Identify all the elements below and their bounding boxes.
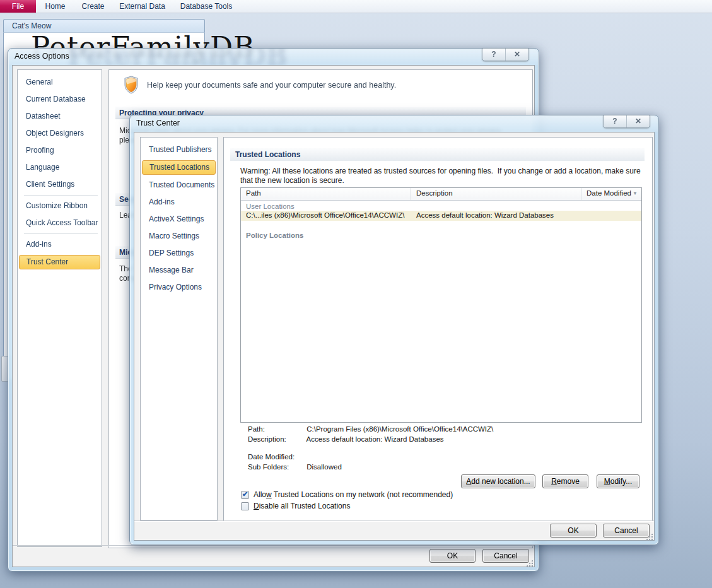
nav-item-activex-settings[interactable]: ActiveX Settings [141,211,217,228]
detail-label: Path: [248,425,305,433]
checkbox-label: Allow Trusted Locations on my network (n… [254,490,453,499]
checkbox-allow-trusted-locations-network[interactable]: ✔ Allow Trusted Locations on my network … [241,490,453,499]
ribbon-tab-create[interactable]: Create [76,0,110,13]
help-icon[interactable]: ? [604,115,626,127]
sidebar-item-client-settings[interactable]: Client Settings [18,176,102,193]
add-new-location-button[interactable]: Add new location... [461,474,535,488]
column-header-description[interactable]: Description [411,188,581,200]
close-icon[interactable]: ✕ [505,49,528,61]
detail-value: Disallowed [306,463,342,471]
window-controls: ? ✕ [603,115,650,128]
sidebar-item-proofing[interactable]: Proofing [18,142,102,159]
row-description-cell: Access default location: Wizard Database… [411,211,641,221]
help-icon[interactable]: ? [482,49,505,61]
sidebar-item-add-ins[interactable]: Add-ins [18,236,102,253]
cancel-button[interactable]: Cancel [603,524,650,538]
column-header-path[interactable]: Path [241,188,411,200]
nav-item-trusted-locations[interactable]: Trusted Locations [142,160,216,175]
checkbox-unchecked [241,502,249,510]
sidebar-item-datasheet[interactable]: Datasheet [18,108,102,125]
detail-date-modified: Date Modified: [248,453,305,461]
footer-separator [134,520,654,522]
sidebar-item-object-designers[interactable]: Object Designers [18,125,102,142]
options-sidebar: General Current Database Datasheet Objec… [17,69,102,547]
sidebar-separator [24,233,98,234]
checkbox-label: Disable all Trusted Locations [254,502,350,510]
nav-item-trusted-documents[interactable]: Trusted Documents [141,177,217,194]
nav-item-dep-settings[interactable]: DEP Settings [141,245,217,262]
sidebar-item-quick-access-toolbar[interactable]: Quick Access Toolbar [18,215,102,232]
sidebar-item-language[interactable]: Language [18,159,102,176]
table-row-selected[interactable]: C:\...iles (x86)\Microsoft Office\Office… [241,211,641,221]
ribbon-tab-file[interactable]: File [0,0,36,13]
sidebar-item-customize-ribbon[interactable]: Customize Ribbon [18,197,102,215]
close-icon[interactable]: ✕ [626,115,650,127]
row-path-cell: C:\...iles (x86)\Microsoft Office\Office… [241,211,411,221]
column-header-label: Date Modified [587,189,631,200]
glass-titlebar: PeterFamilyDB [8,49,539,65]
cancel-button[interactable]: Cancel [482,549,529,563]
button-mnemonic: M [604,477,610,486]
sidebar-separator [24,195,98,196]
warning-text: that the new location is secure. [240,176,344,185]
checkbox-checked: ✔ [241,491,249,499]
ribbon-tab-home[interactable]: Home [38,0,73,13]
nav-item-privacy-options[interactable]: Privacy Options [141,279,217,296]
shield-icon [124,76,139,94]
ok-button[interactable]: OK [429,549,476,563]
detail-value: C:\Program Files (x86)\Microsoft Office\… [306,425,493,433]
sidebar-item-current-database[interactable]: Current Database [18,91,102,108]
warning-text: Warning: All these locations are treated… [240,167,641,175]
button-label: dd new location... [471,477,530,486]
checkbox-disable-all-trusted-locations[interactable]: Disable all Trusted Locations [241,502,350,510]
sidebar-item-general[interactable]: General [18,74,102,91]
table-header-row: Path Description Date Modified ▼ [241,188,641,201]
group-label-user-locations: User Locations [241,201,641,211]
trust-center-nav: Trusted Publishers Trusted Locations Tru… [140,137,218,520]
detail-label: Description: [248,435,305,443]
modify-button[interactable]: Modify... [597,474,639,488]
nav-item-macro-settings[interactable]: Macro Settings [141,228,217,245]
trusted-locations-pane: Trusted Locations Warning: All these loc… [223,137,653,522]
column-header-date-modified[interactable]: Date Modified ▼ [581,188,641,200]
trusted-locations-table: Path Description Date Modified ▼ User Lo… [240,187,642,423]
footer-separator [13,545,534,546]
button-mnemonic: R [551,477,557,486]
application-window: File Home Create External Data Database … [0,0,712,588]
intro-text: Help keep your documents safe and your c… [147,81,396,90]
check-icon: ✔ [242,490,248,498]
detail-description: Description: Access default location: Wi… [248,435,444,443]
remove-button[interactable]: Remove [542,474,588,488]
nav-item-trusted-publishers[interactable]: Trusted Publishers [141,141,217,158]
glass-reflection-text: PeterFamilyDB [68,49,288,65]
detail-path: Path: C:\Program Files (x86)\Microsoft O… [248,425,493,433]
sidebar-item-trust-center[interactable]: Trust Center [19,255,100,269]
dialog-title: Trust Center [136,119,180,127]
button-label: odify... [610,477,632,486]
group-label-policy-locations: Policy Locations [241,230,641,240]
detail-label: Sub Folders: [248,463,305,471]
dialog-content: Trusted Publishers Trusted Locations Tru… [134,132,655,541]
ok-button[interactable]: OK [550,524,597,538]
button-label: emove [557,477,580,486]
ribbon-tab-database-tools[interactable]: Database Tools [175,0,238,13]
ribbon-tab-external-data[interactable]: External Data [115,0,169,13]
window-controls: ? ✕ [482,48,529,61]
detail-sub-folders: Sub Folders: Disallowed [248,463,342,471]
panel-header-trusted-locations: Trusted Locations [230,148,645,161]
nav-item-message-bar[interactable]: Message Bar [141,262,217,279]
ribbon-tab-bar: File Home Create External Data Database … [0,0,712,13]
trust-center-dialog: Trust Center ? ✕ Trusted Publishers Trus… [129,115,659,545]
nav-item-add-ins[interactable]: Add-ins [141,194,217,211]
sort-desc-icon: ▼ [633,189,638,200]
detail-value: Access default location: Wizard Database… [306,435,444,443]
dialog-title: Access Options [15,52,69,61]
detail-label: Date Modified: [248,453,305,461]
